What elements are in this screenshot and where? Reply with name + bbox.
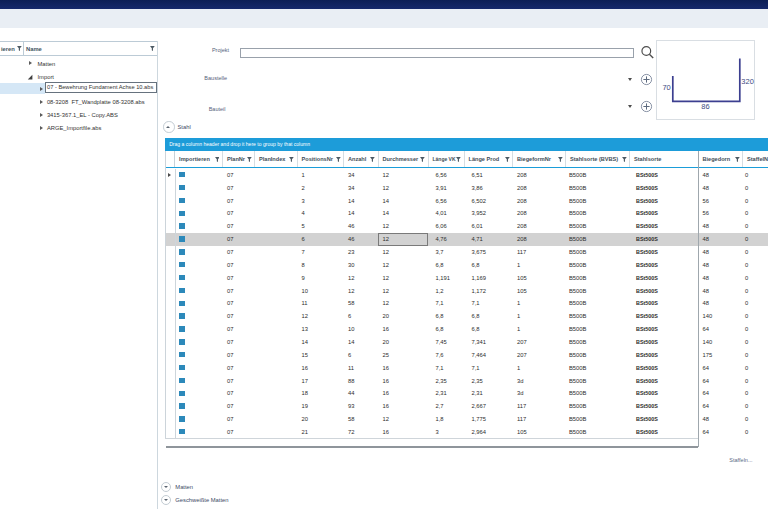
svg-text:320: 320: [741, 77, 754, 86]
svg-text:86: 86: [701, 102, 709, 111]
svg-text:70: 70: [662, 83, 670, 92]
